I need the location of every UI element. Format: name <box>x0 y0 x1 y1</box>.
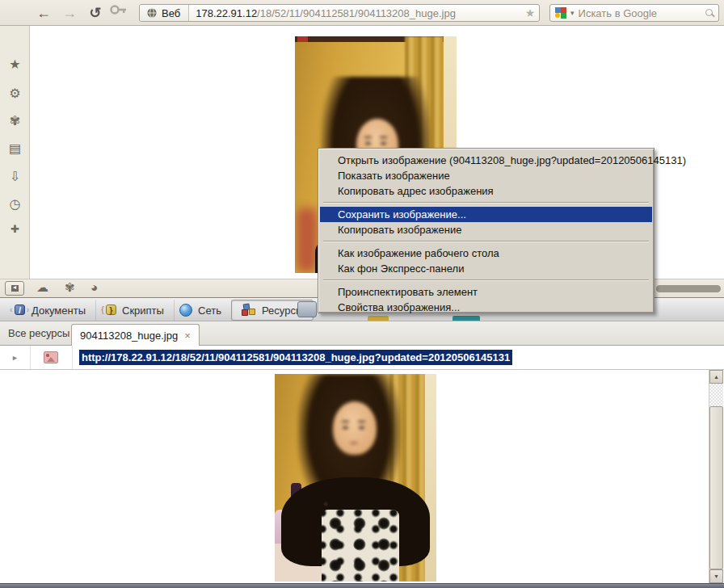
menu-item-image-properties[interactable]: Свойства изображения... <box>320 300 652 315</box>
bookmark-star-icon[interactable]: ★ <box>521 6 539 19</box>
menu-separator <box>323 241 649 242</box>
address-url[interactable]: 178.22.91.12/18/52/11/904112581/90411320… <box>189 7 521 19</box>
resource-preview-pane <box>0 370 724 583</box>
close-icon[interactable]: × <box>184 330 191 342</box>
documents-markup-icon: ‹/› <box>13 304 26 317</box>
tab-label: Документы <box>32 304 86 317</box>
history-clock-icon[interactable]: ◷ <box>0 196 30 212</box>
hidden-tab-icon-sliver <box>452 316 480 321</box>
bottom-scrollbar-edge[interactable] <box>0 583 724 588</box>
photo-face <box>333 401 377 455</box>
page-horizontal-scrollbar[interactable] <box>656 285 721 292</box>
preview-vertical-scrollbar[interactable]: ▲ ▼ <box>709 370 722 583</box>
web-mode-badge[interactable]: Веб <box>140 5 189 21</box>
scrollbar-thumb[interactable] <box>709 406 723 569</box>
globe-icon <box>146 7 158 19</box>
resource-type-cell <box>31 346 73 369</box>
reload-icon[interactable]: ↻ <box>86 3 105 23</box>
unite-icon[interactable]: ✾ <box>0 113 30 128</box>
expand-arrow-icon[interactable]: ► <box>0 346 31 369</box>
image-context-menu: Открыть изображение (904113208_huge.jpg?… <box>318 148 655 313</box>
menu-item-open-image[interactable]: Открыть изображение (904113208_huge.jpg?… <box>320 153 652 168</box>
scroll-down-icon[interactable]: ▼ <box>709 569 723 583</box>
google-icon <box>555 7 566 19</box>
scripts-brace-icon: {} <box>103 304 116 317</box>
address-path: /18/52/11/904112581/904113208_huge.jpg <box>257 7 456 19</box>
resource-file-tab[interactable]: 904113208_huge.jpg × <box>71 324 200 346</box>
search-placeholder: Искать в Google <box>579 7 705 19</box>
hidden-tab-icon-sliver <box>368 316 389 321</box>
forward-icon[interactable]: → <box>60 3 79 23</box>
search-engine-dropdown-icon[interactable]: ▾ <box>566 9 579 17</box>
resource-url-row[interactable]: ► http://178.22.91.12/18/52/11/904112581… <box>0 346 724 370</box>
notes-icon[interactable]: ▤ <box>0 141 30 156</box>
menu-item-show-image[interactable]: Показать изображение <box>320 168 652 183</box>
resource-url-selected[interactable]: http://178.22.91.12/18/52/11/904112581/9… <box>79 350 512 365</box>
menu-separator <box>323 279 649 281</box>
tab-network[interactable]: Сеть <box>170 300 232 321</box>
opera-unite-icon[interactable]: ✾ <box>65 280 75 295</box>
panel-toggle-button[interactable]: ◂ <box>5 281 24 296</box>
image-resource-icon <box>44 351 58 363</box>
opera-turbo-gauge-icon[interactable]: ◕ <box>90 280 98 294</box>
downloads-icon[interactable]: ⇩ <box>0 169 30 184</box>
preview-image <box>275 374 436 582</box>
tab-documents[interactable]: ‹/› Документы <box>3 300 96 321</box>
network-globe-icon <box>179 304 192 317</box>
storage-tab-icon[interactable] <box>297 301 317 317</box>
resources-cubes-icon <box>242 304 256 317</box>
photo-floral-dress <box>322 510 399 582</box>
bookmarks-icon[interactable]: ★ <box>0 57 30 72</box>
tab-scripts[interactable]: {} Скрипты <box>94 300 175 321</box>
address-domain: 178.22.91.12 <box>196 7 257 19</box>
menu-item-save-image[interactable]: Сохранить изображение... <box>320 207 652 222</box>
all-resources-tab[interactable]: Все ресурсы <box>8 327 69 339</box>
tab-label: Сеть <box>198 304 221 317</box>
password-key-icon[interactable] <box>110 6 128 18</box>
menu-item-copy-image[interactable]: Копировать изображение <box>320 222 652 237</box>
menu-item-set-desktop-image[interactable]: Как изображение рабочего стола <box>320 246 652 261</box>
back-icon[interactable]: ← <box>34 3 53 23</box>
address-bar[interactable]: Веб 178.22.91.12/18/52/11/904112581/9041… <box>139 4 540 22</box>
opera-browser-window: ← → ↻ Веб 178.22.91.12/18/52/11/90411258… <box>0 0 724 588</box>
resources-tab-strip: Все ресурсы 904113208_huge.jpg × <box>0 321 724 346</box>
panels-sidebar: ★ ⚙ ✾ ▤ ⇩ ◷ ✚ <box>0 26 30 279</box>
menu-item-inspect-element[interactable]: Проинспектировать элемент <box>320 284 652 300</box>
widgets-gear-icon[interactable]: ⚙ <box>0 86 30 101</box>
menu-item-set-speeddial-background[interactable]: Как фон Экспресс-панели <box>320 261 652 276</box>
search-icon[interactable] <box>705 8 715 19</box>
search-field[interactable]: ▾ Искать в Google <box>549 4 719 22</box>
menu-item-copy-image-address[interactable]: Копировать адрес изображения <box>320 183 652 199</box>
browser-toolbar: ← → ↻ Веб 178.22.91.12/18/52/11/90411258… <box>0 0 724 26</box>
add-panel-icon[interactable]: ✚ <box>0 223 30 235</box>
opera-link-cloud-icon[interactable]: ☁ <box>36 280 48 295</box>
resource-tab-label: 904113208_huge.jpg <box>80 330 178 342</box>
scroll-up-icon[interactable]: ▲ <box>709 370 723 384</box>
web-badge-label: Веб <box>162 7 180 19</box>
menu-separator <box>323 202 649 204</box>
tab-label: Скрипты <box>122 304 164 317</box>
